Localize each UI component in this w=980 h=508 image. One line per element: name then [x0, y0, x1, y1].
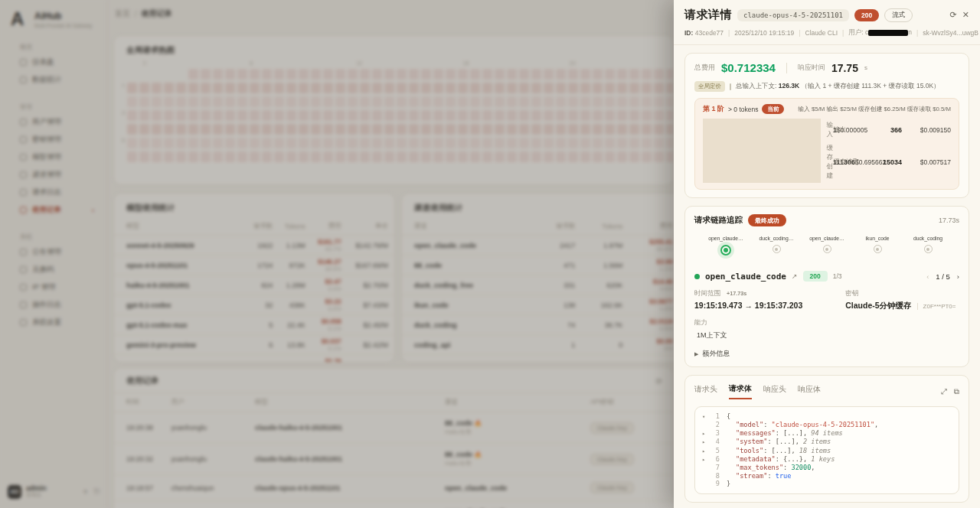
capability-label: 能力 [694, 318, 707, 327]
code-token: [...] [772, 447, 792, 454]
divider [703, 142, 821, 183]
code-token: : [763, 447, 771, 454]
code-token: true [776, 472, 792, 480]
close-icon[interactable]: ✕ [962, 10, 969, 20]
code-line: 8"stream": true [702, 472, 952, 480]
tier-usage-tokens: 15034 [869, 158, 903, 166]
expand-icon[interactable]: ⤢ [941, 387, 947, 396]
trace-node-ring [874, 245, 882, 253]
drawer-title: 请求详情 [684, 8, 732, 22]
code-line: ▸6"metadata": {...}, 1 keys [702, 455, 952, 464]
fold-toggle-icon[interactable]: ▸ [702, 456, 709, 464]
tier-usage-tokens: 366 [869, 126, 903, 134]
code-token: } [727, 480, 730, 487]
line-number: 5 [709, 447, 720, 454]
trace-node-ikun_code[interactable]: ikun_code [858, 236, 897, 256]
code-token: "claude-opus-4-5-20251101" [772, 421, 875, 428]
tier-usage-label: 缓存读取 [834, 158, 869, 167]
pricing-scope-badge: 全局定价 [694, 81, 725, 92]
request-id: 43cede77 [695, 29, 724, 37]
line-number: 7 [709, 464, 720, 471]
code-token: "messages" [736, 429, 776, 437]
line-number: 9 [709, 480, 720, 487]
trace-node-ring [924, 245, 933, 253]
tab-请求体[interactable]: 请求体 [729, 383, 752, 399]
code-token: : [776, 429, 783, 437]
line-number: 1 [709, 412, 720, 420]
extra-info-toggle[interactable]: ▶ 额外信息 [694, 349, 959, 359]
trace-node-duck_coding[interactable]: duck_coding [908, 236, 948, 256]
code-token: "tools" [736, 447, 763, 454]
trace-node-label: duck_coding… [760, 236, 794, 241]
caret-right-icon: ▶ [694, 351, 698, 357]
trace-node-label: open_claude… [708, 236, 743, 241]
code-token: 18 items [799, 447, 831, 454]
fold-toggle-icon[interactable]: ▸ [702, 430, 709, 438]
model-chip: claude-opus-4-5-20251101 [737, 9, 849, 21]
tier-usage-cost: $0.009150 [902, 126, 951, 134]
code-token: : [767, 438, 775, 445]
code-token: : [783, 464, 791, 471]
code-token: : [763, 421, 771, 428]
code-line: 9} [702, 480, 952, 487]
payload-card: 请求头请求体响应头响应体 ⤢ ⧉ ▾1{2"model": "claude-op… [684, 375, 969, 503]
tier-rates: 输入 $5/M 输出 $25/M 缓存创建 $6.25/M 缓存读取 $0.5/… [798, 105, 951, 113]
pager-prev-icon[interactable]: ‹ [926, 272, 929, 281]
tier-label: 第 1 阶 [703, 104, 724, 114]
time-range-value: 19:15:19.473 → 19:15:37.203 [694, 301, 845, 310]
trace-node-open_claude…[interactable]: open_claude… [807, 236, 847, 256]
trace-node-duck_coding…[interactable]: duck_coding… [756, 236, 796, 256]
tier-usage-label: 缓存创建 [827, 144, 834, 181]
tier-usage-缓存读取: 缓存读取15034$0.007517 [834, 142, 952, 183]
code-token: [...] [776, 438, 795, 445]
trace-node-ring [720, 245, 731, 256]
code-token: {...} [783, 455, 803, 463]
copy-icon[interactable]: ⧉ [954, 387, 959, 396]
code-line: ▸4"system": [...], 2 items [702, 438, 952, 446]
trace-duration: 17.73s [939, 217, 959, 224]
code-token: , [811, 464, 815, 471]
code-token: , [795, 438, 803, 445]
node-status-chip: 200 [803, 271, 828, 282]
trace-node-label: ikun_code [866, 236, 890, 241]
tab-响应体[interactable]: 响应体 [798, 384, 821, 399]
trace-node-ring [773, 245, 781, 253]
time-range-label: 时间范围 [694, 289, 720, 298]
api-key-masked: sk-WvzlSy4...uwgB [923, 29, 978, 37]
line-number: 4 [709, 438, 720, 445]
final-status-badge: 最终成功 [748, 214, 786, 226]
tier-usage-缓存创建: 缓存创建111306$0.695662 [827, 142, 828, 183]
trace-node-open_claude…[interactable]: open_claude… [706, 236, 746, 256]
request-detail-drawer: 请求详情 claude-opus-4-5-20251101 200 流式 ⟳ ✕… [674, 0, 980, 508]
pager-position: 1 / 5 [936, 272, 950, 281]
code-token: , [803, 455, 811, 463]
code-token: 94 items [811, 429, 842, 437]
code-token: "stream" [736, 472, 767, 480]
current-tier-badge: 当前 [762, 104, 784, 114]
tier-usage-输入: 输入1$0.000005 [827, 119, 828, 142]
client-name: Claude CLI [805, 29, 838, 37]
tier-usage-cost: $0.007517 [902, 158, 951, 166]
trace-title: 请求链路追踪 [694, 215, 743, 226]
external-link-icon[interactable]: ↗ [792, 272, 798, 280]
refresh-icon[interactable]: ⟳ [950, 10, 957, 20]
pricing-tier-card: 第 1 阶 > 0 tokens 当前 输入 $5/M 输出 $25/M 缓存创… [694, 98, 959, 190]
line-number: 3 [709, 429, 720, 437]
tab-请求头[interactable]: 请求头 [694, 384, 717, 399]
redacted-username [868, 30, 908, 36]
fold-toggle-icon[interactable]: ▸ [702, 438, 709, 446]
tab-响应头[interactable]: 响应头 [763, 384, 786, 399]
json-code-viewer[interactable]: ▾1{2"model": "claude-opus-4-5-20251101",… [694, 406, 959, 494]
divider [703, 119, 821, 142]
total-cost-label: 总费用 [694, 63, 715, 73]
code-token: 1 keys [811, 455, 835, 463]
trace-node-ring [823, 245, 831, 253]
fold-toggle-icon[interactable]: ▾ [702, 413, 709, 421]
pager-next-icon[interactable]: › [957, 272, 959, 281]
response-time-unit: s [864, 64, 867, 71]
fold-toggle-icon[interactable]: ▸ [702, 448, 709, 455]
tier-usage-label: 输出 [834, 125, 869, 135]
line-number: 6 [709, 455, 720, 463]
code-token: [...] [783, 429, 803, 437]
code-line: ▸5"tools": [...], 18 items [702, 447, 952, 455]
